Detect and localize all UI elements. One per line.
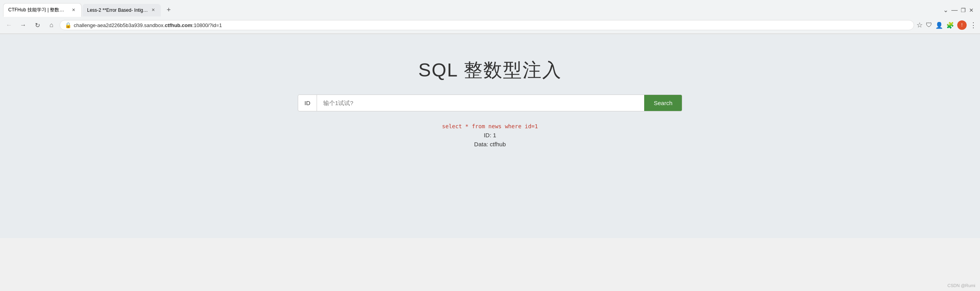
page-content: SQL 整数型注入 ID Search select * from news w…	[0, 34, 980, 238]
new-tab-button[interactable]: +	[163, 5, 174, 16]
menu-icon[interactable]: ⋮	[970, 21, 977, 29]
home-icon: ⌂	[49, 22, 53, 29]
address-bar[interactable]: 🔒 challenge-aea2d226b5b3a939.sandbox.ctf…	[60, 20, 914, 30]
security-icon: 🔒	[65, 22, 71, 28]
maximize-icon[interactable]: ❐	[961, 7, 966, 13]
nav-bar: ← → ↻ ⌂ 🔒 challenge-aea2d226b5b3a939.san…	[0, 17, 980, 34]
avatar[interactable]: !	[957, 20, 967, 30]
forward-icon: →	[20, 22, 26, 29]
result-area: select * from news where id=1 ID: 1 Data…	[442, 123, 538, 147]
content-card: SQL 整数型注入 ID Search select * from news w…	[286, 58, 694, 147]
search-input[interactable]	[317, 95, 644, 111]
reload-button[interactable]: ↻	[31, 19, 43, 31]
result-data: Data: ctfhub	[474, 141, 506, 147]
search-button[interactable]: Search	[644, 95, 682, 111]
tab-less2-close[interactable]: ✕	[150, 7, 156, 13]
forward-button[interactable]: →	[17, 19, 29, 31]
tab-less2-label: Less-2 **Error Based- Intiger**	[87, 7, 148, 13]
browser-chrome: CTFHub 技能学习 | 整数型注入 ✕ Less-2 **Error Bas…	[0, 0, 980, 34]
tab-list-icon[interactable]: ⌄	[943, 6, 948, 14]
search-bar: ID Search	[298, 95, 682, 111]
sql-query: select * from news where id=1	[442, 123, 538, 129]
avatar-letter: !	[961, 22, 962, 28]
tab-right-controls: ⌄ — ❐ ✕	[943, 6, 977, 14]
search-label: ID	[298, 95, 317, 111]
back-button[interactable]: ←	[3, 19, 15, 31]
minimize-icon[interactable]: —	[951, 7, 958, 14]
profile-icon[interactable]: 👤	[935, 22, 943, 29]
address-text: challenge-aea2d226b5b3a939.sandbox.ctfhu…	[74, 22, 222, 28]
extensions-icon[interactable]: 🧩	[946, 22, 954, 29]
window-close-icon[interactable]: ✕	[969, 7, 974, 13]
tab-ctfhub-close[interactable]: ✕	[71, 7, 77, 13]
home-button[interactable]: ⌂	[46, 19, 57, 31]
tab-ctfhub-label: CTFHub 技能学习 | 整数型注入	[8, 7, 68, 13]
tab-less2[interactable]: Less-2 **Error Based- Intiger** ✕	[82, 4, 161, 16]
back-icon: ←	[6, 22, 12, 29]
page-title: SQL 整数型注入	[418, 58, 562, 83]
bookmark-icon[interactable]: ☆	[916, 21, 923, 29]
shield-icon[interactable]: 🛡	[926, 22, 932, 29]
tab-ctfhub[interactable]: CTFHub 技能学习 | 整数型注入 ✕	[3, 3, 82, 17]
new-tab-icon: +	[167, 6, 171, 14]
result-id: ID: 1	[484, 132, 496, 138]
tab-bar: CTFHub 技能学习 | 整数型注入 ✕ Less-2 **Error Bas…	[0, 0, 980, 17]
nav-right-icons: ☆ 🛡 👤 🧩 ! ⋮	[916, 20, 977, 30]
reload-icon: ↻	[35, 22, 40, 29]
